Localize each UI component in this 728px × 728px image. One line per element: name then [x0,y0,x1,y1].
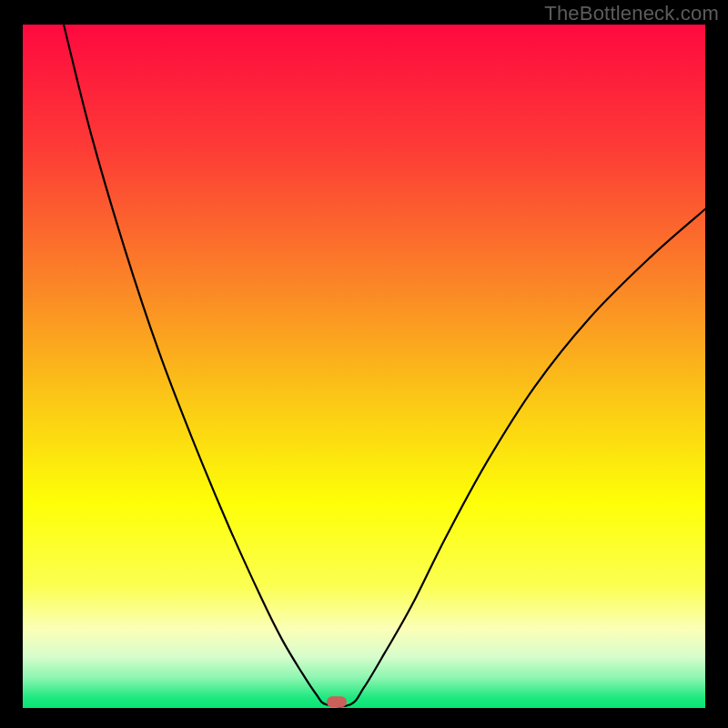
chart-frame: TheBottleneck.com [0,0,728,728]
bottleneck-chart [0,0,728,728]
bottleneck-marker [327,696,347,707]
watermark-text: TheBottleneck.com [544,2,719,25]
gradient-background [23,25,705,708]
